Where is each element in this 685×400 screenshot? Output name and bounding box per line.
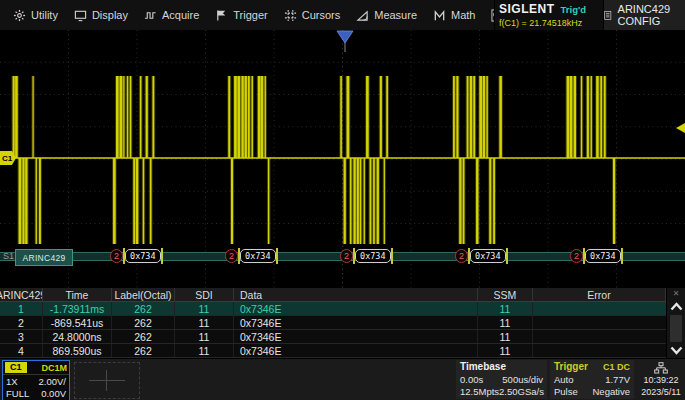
arinc429-config-button[interactable]: ARINC429 CONFIG [604, 0, 685, 30]
trigger-level-marker[interactable] [676, 123, 685, 133]
menu-display-label: Display [92, 9, 128, 21]
chevron-down-icon [670, 346, 683, 355]
menu-math[interactable]: Math [426, 0, 482, 30]
trigger-status: Trig'd [561, 4, 586, 15]
brand-status-block: SIGLENT Trig'd f(C1) = 21.74518kHz [494, 0, 604, 30]
decode-bus-button[interactable]: ARINC429 [15, 249, 73, 266]
menu-acquire[interactable]: Acquire [137, 0, 206, 30]
table-cell: -869.541us [43, 316, 112, 329]
table-row[interactable]: 1-1.73911ms262110x7346E11 [0, 302, 666, 316]
column-header: ARINC429 [0, 288, 43, 301]
decode-data-value: 0x734 [240, 249, 276, 263]
document-icon [604, 9, 612, 22]
network-icon [654, 362, 668, 374]
menu-cursors-label: Cursors [302, 9, 341, 21]
plus-icon [89, 380, 125, 381]
measure-icon [356, 9, 369, 22]
channel1-scale: 2.00V/ [39, 376, 66, 387]
table-cell: 3 [0, 330, 43, 343]
table-cell [533, 316, 666, 329]
chevron-up-icon [670, 302, 683, 311]
column-header: Time [43, 288, 112, 301]
table-cell: 4 [0, 344, 43, 357]
trigger-type: Pulse [554, 386, 578, 397]
trigger-source: C1 DC [603, 362, 630, 372]
brand-logo: SIGLENT [499, 2, 555, 16]
timebase-box[interactable]: Timebase 0.00s 500us/div 12.5Mpts 2.50GS… [456, 360, 547, 399]
table-cell: 11 [175, 344, 234, 357]
decode-bubble: 20x734 [225, 248, 276, 263]
decode-data-value: 0x734 [470, 249, 506, 263]
table-close-icon[interactable]: ✕ [673, 288, 680, 299]
decode-bubble: 20x734 [455, 248, 506, 263]
scroll-down-button[interactable] [668, 343, 684, 358]
menu-trigger[interactable]: Trigger [208, 0, 274, 30]
decode-table-body: ARINC429TimeLabel(Octal)SDIDataSSMError1… [0, 288, 666, 358]
table-cell: 0x7346E [234, 344, 478, 357]
table-row[interactable]: 324.8000ns262110x7346E11 [0, 330, 666, 344]
decode-table: ARINC429TimeLabel(Octal)SDIDataSSMError1… [0, 288, 685, 358]
column-header: SDI [175, 288, 234, 301]
decode-label-value: 2 [110, 249, 123, 263]
decode-source-label: S1 [3, 251, 14, 261]
trigger-level: 1.77V [605, 374, 630, 385]
table-cell: 0x7346E [234, 316, 478, 329]
trigger-position-marker[interactable] [337, 31, 353, 43]
decode-label-value: 2 [570, 249, 583, 263]
table-scrollbar[interactable]: ✕ [666, 288, 685, 358]
gear-icon [13, 9, 26, 22]
table-row[interactable]: 4869.590us262110x7346E11 [0, 344, 666, 358]
add-channel-button[interactable] [74, 362, 140, 399]
cursors-icon [284, 9, 297, 22]
table-cell [533, 344, 666, 357]
column-header: Error [533, 288, 666, 301]
menu-display[interactable]: Display [67, 0, 135, 30]
table-cell [533, 330, 666, 343]
menu-acquire-label: Acquire [162, 9, 199, 21]
menu-cursors[interactable]: Cursors [277, 0, 348, 30]
table-cell: 262 [112, 344, 175, 357]
oscilloscope-screen: Utility Display Acquire Trigger Cursors … [0, 0, 685, 400]
table-cell: -1.73911ms [43, 302, 112, 315]
table-cell: 2 [0, 316, 43, 329]
table-cell: 11 [175, 316, 234, 329]
decode-table-header: ARINC429TimeLabel(Octal)SDIDataSSMError [0, 288, 666, 302]
table-cell: 0x7346E [234, 330, 478, 343]
timebase-memory: 12.5Mpts [460, 386, 499, 397]
channel1-coupling: DC1M [41, 363, 67, 373]
column-header: Data [234, 288, 478, 301]
menu-trigger-label: Trigger [233, 9, 267, 21]
table-row[interactable]: 2-869.541us262110x7346E11 [0, 316, 666, 330]
decode-bubble: 20x734 [570, 248, 621, 263]
table-cell: 869.590us [43, 344, 112, 357]
display-icon [74, 9, 87, 22]
scrollbar-thumb[interactable] [670, 315, 682, 342]
math-icon [433, 9, 446, 22]
trigger-box[interactable]: Trigger C1 DC Auto 1.77V Pulse Negative [550, 360, 634, 399]
channel1-box[interactable]: C1 DC1M 1X 2.00V/ FULL 0.00V [2, 360, 70, 400]
svg-text:C1: C1 [2, 154, 13, 163]
table-cell: 24.8000ns [43, 330, 112, 343]
menu-utility[interactable]: Utility [6, 0, 65, 30]
timebase-scale: 500us/div [502, 374, 543, 385]
channel1-badge: C1 [5, 362, 27, 373]
channel1-probe: 1X [6, 376, 18, 387]
menu-math-label: Math [451, 9, 475, 21]
column-header: Label(Octal) [112, 288, 175, 301]
status-date: 2023/5/11 [641, 386, 680, 398]
menu-measure[interactable]: Measure [349, 0, 424, 30]
table-cell: 11 [478, 302, 533, 315]
menu-bar: Utility Display Acquire Trigger Cursors … [0, 0, 685, 31]
decode-label-value: 2 [455, 249, 468, 263]
menu-utility-label: Utility [31, 9, 58, 21]
timebase-title: Timebase [460, 361, 506, 372]
plus-icon [106, 370, 107, 391]
table-cell: 11 [478, 344, 533, 357]
clock-box[interactable]: 10:39:22 2023/5/11 [637, 360, 685, 399]
scroll-up-button[interactable] [668, 299, 684, 314]
decode-bubble: 20x734 [110, 248, 161, 263]
table-cell: 11 [175, 302, 234, 315]
channel1-bandwidth: FULL [6, 388, 29, 399]
column-header: SSM [478, 288, 533, 301]
acquire-icon [144, 9, 157, 22]
